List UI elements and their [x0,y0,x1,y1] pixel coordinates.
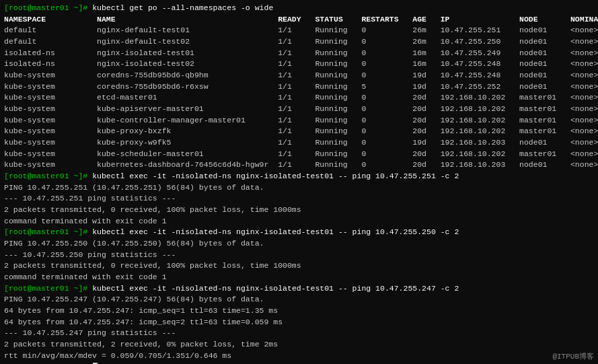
terminal-line: kube-system kube-proxy-w9fk5 1/1 Running… [4,137,594,149]
terminal-line: kube-system etcd-master01 1/1 Running 0 … [4,92,594,104]
terminal-line: kube-system kubernetes-dashboard-76456c6… [4,159,594,171]
terminal-line: 2 packets transmitted, 2 received, 0% pa… [4,339,594,351]
terminal-line: --- 10.47.255.247 ping statistics --- [4,328,594,339]
terminal-line: kube-system kube-scheduler-master01 1/1 … [4,149,594,160]
terminal-line: [root@master01 ~]# kubectl get po --all-… [4,3,594,14]
terminal-line: command terminated with exit code 1 [4,272,594,283]
terminal-line: kube-system kube-proxy-bxzfk 1/1 Running… [4,126,594,137]
terminal-line: default nginx-default-test01 1/1 Running… [4,25,594,36]
terminal-line: 64 bytes from 10.47.255.247: icmp_seq=1 … [4,305,594,317]
terminal-line: PING 10.47.255.250 (10.47.255.250) 56(84… [4,238,594,250]
terminal-line: kube-system kube-controller-manager-mast… [4,115,594,126]
terminal-line: [root@master01 ~]# kubectl exec -it -nis… [4,283,594,295]
terminal-line: isolated-ns nginx-isolated-test02 1/1 Ru… [4,59,594,70]
terminal-line: isolated-ns nginx-isolated-test01 1/1 Ru… [4,48,594,59]
terminal-line: 2 packets transmitted, 0 received, 100% … [4,205,594,216]
terminal-line: command terminated with exit code 1 [4,216,594,227]
terminal-line: rtt min/avg/max/mdev = 0.059/0.705/1.351… [4,351,594,362]
terminal-line: NAMESPACE NAME READY STATUS RESTARTS AGE… [4,14,594,26]
watermark-text: @ITPUB博客 [552,351,594,361]
terminal-line: kube-system kube-apiserver-master01 1/1 … [4,104,594,115]
terminal-line: kube-system coredns-755db95bd6-qb9hm 1/1… [4,70,594,81]
terminal-line: 2 packets transmitted, 0 received, 100% … [4,260,594,272]
terminal-content: [root@master01 ~]# kubectl get po --all-… [4,3,594,364]
terminal-line: PING 10.47.255.251 (10.47.255.251) 56(84… [4,182,594,194]
terminal-line: 64 bytes from 10.47.255.247: icmp_seq=2 … [4,317,594,328]
terminal-line: --- 10.47.255.251 ping statistics --- [4,193,594,205]
terminal-line: --- 10.47.255.250 ping statistics --- [4,250,594,261]
terminal-line: [root@master01 ~]# [4,362,594,365]
terminal-window: [root@master01 ~]# kubectl get po --all-… [0,0,598,364]
terminal-line: kube-system coredns-755db95bd6-r6xsw 1/1… [4,81,594,93]
terminal-line: [root@master01 ~]# kubectl exec -it -nis… [4,227,594,238]
terminal-line: default nginx-default-test02 1/1 Running… [4,36,594,48]
terminal-line: [root@master01 ~]# kubectl exec -it -nis… [4,171,594,182]
terminal-line: PING 10.47.255.247 (10.47.255.247) 56(84… [4,294,594,305]
